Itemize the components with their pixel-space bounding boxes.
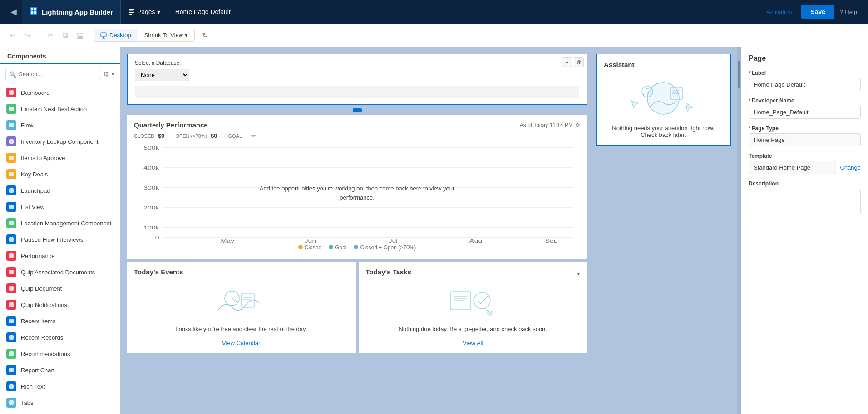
redo-button[interactable]: ↪ bbox=[22, 29, 34, 41]
pages-button[interactable]: Pages ▾ bbox=[120, 0, 168, 24]
perf-refresh-button[interactable]: ⟳ bbox=[576, 122, 580, 128]
component-icon bbox=[6, 251, 16, 261]
sidebar-item-dashboard[interactable]: Dashboard bbox=[0, 84, 120, 101]
block-actions: + 🗑 bbox=[562, 57, 584, 67]
sidebar-search-area: 🔍 ⚙ ▾ bbox=[0, 64, 120, 84]
goal-stat: GOAL -- ✏ bbox=[228, 132, 256, 139]
perf-title: Quarterly Performance bbox=[134, 121, 208, 129]
add-component-button[interactable]: + bbox=[562, 57, 572, 67]
cut-button[interactable]: ✂ bbox=[45, 29, 56, 41]
refresh-button[interactable]: ↻ bbox=[198, 29, 212, 41]
search-icon: 🔍 bbox=[9, 71, 16, 78]
save-button[interactable]: Save bbox=[801, 5, 834, 19]
search-wrap: 🔍 bbox=[5, 68, 100, 80]
svg-text:500k: 500k bbox=[143, 146, 159, 151]
page-type-field-input bbox=[749, 133, 861, 146]
sidebar-item-key-deals[interactable]: Key Deals bbox=[0, 166, 120, 182]
assistant-block: Assistant bbox=[596, 54, 731, 146]
label-field-label: * Label bbox=[749, 70, 861, 76]
desktop-label: Desktop bbox=[109, 32, 131, 39]
goal-label: GOAL bbox=[228, 133, 242, 139]
svg-text:Aug: Aug bbox=[469, 238, 482, 243]
sidebar-item-tabs[interactable]: Tabs bbox=[0, 395, 120, 411]
svg-rect-15 bbox=[9, 139, 14, 144]
component-icon bbox=[6, 169, 16, 179]
sidebar-item-recent-records[interactable]: Recent Records bbox=[0, 329, 120, 346]
description-field-label: Description bbox=[749, 180, 861, 187]
sidebar-item-list-view[interactable]: List View bbox=[0, 199, 120, 215]
svg-rect-17 bbox=[9, 172, 14, 176]
svg-rect-19 bbox=[9, 205, 14, 209]
app-title-block[interactable]: Lightning App Builder bbox=[22, 0, 120, 24]
page-type-field-group: * Page Type bbox=[749, 125, 861, 146]
component-icon bbox=[6, 202, 16, 212]
legend-goal: Goal bbox=[329, 244, 346, 251]
dev-name-field-group: * Developer Name bbox=[749, 97, 861, 119]
sidebar-item-flow[interactable]: Flow bbox=[0, 117, 120, 133]
description-field-textarea[interactable] bbox=[749, 189, 861, 214]
sidebar-item-quip-notifications[interactable]: Quip Notifications bbox=[0, 297, 120, 313]
tasks-block: Today's Tasks ▾ bbox=[359, 262, 588, 353]
svg-text:0: 0 bbox=[155, 235, 159, 241]
tasks-dropdown-button[interactable]: ▾ bbox=[577, 270, 580, 277]
paste-button[interactable]: ⬓ bbox=[74, 29, 86, 41]
copy-button[interactable]: ⧉ bbox=[60, 29, 70, 41]
component-icon bbox=[6, 120, 16, 130]
sidebar-item-launchpad[interactable]: Launchpad bbox=[0, 182, 120, 199]
sidebar-item-location-management-component[interactable]: Location Management Component bbox=[0, 215, 120, 231]
view-calendar-link[interactable]: View Calendar bbox=[134, 336, 349, 346]
sidebar-item-recent-items[interactable]: Recent Items bbox=[0, 313, 120, 329]
component-label: Tabs bbox=[21, 399, 33, 406]
delete-component-button[interactable]: 🗑 bbox=[574, 57, 584, 67]
db-selector-select[interactable]: None bbox=[135, 69, 189, 81]
goal-edit-icon[interactable]: ✏ bbox=[251, 132, 256, 139]
chevron-down-icon[interactable]: ▾ bbox=[112, 71, 114, 78]
sidebar-item-report-chart[interactable]: Report Chart bbox=[0, 362, 120, 378]
sidebar-item-inventory-lookup-component[interactable]: Inventory Lookup Component bbox=[0, 133, 120, 150]
canvas-wrapper: + 🗑 Select a Database: None bbox=[120, 47, 741, 414]
back-button[interactable]: ◀ bbox=[5, 4, 22, 20]
sidebar-item-todays-events[interactable]: Today's Events bbox=[0, 411, 120, 414]
canvas-scrollbar-thumb[interactable] bbox=[738, 61, 740, 88]
component-label: Inventory Lookup Component bbox=[21, 138, 99, 145]
description-field-group: Description bbox=[749, 180, 861, 215]
svg-text:May: May bbox=[221, 238, 234, 243]
sidebar-item-items-to-approve[interactable]: Items to Approve bbox=[0, 150, 120, 166]
legend-closed: Closed bbox=[298, 244, 321, 251]
sidebar-item-quip-document[interactable]: Quip Document bbox=[0, 280, 120, 297]
gear-icon[interactable]: ⚙ bbox=[103, 70, 109, 78]
change-template-link[interactable]: Change bbox=[840, 164, 861, 171]
sidebar-item-quip-associated-documents[interactable]: Quip Associated Documents bbox=[0, 264, 120, 280]
top-nav: ◀ Lightning App Builder Pages ▾ Home Pag… bbox=[0, 0, 868, 24]
label-field-input[interactable] bbox=[749, 78, 861, 91]
sidebar-item-recommendations[interactable]: Recommendations bbox=[0, 346, 120, 362]
shrink-to-view-option[interactable]: Shrink To View ▾ bbox=[138, 29, 195, 41]
sidebar-item-rich-text[interactable]: Rich Text bbox=[0, 378, 120, 395]
app-icon bbox=[29, 6, 38, 17]
svg-rect-13 bbox=[9, 107, 14, 111]
desktop-view-option[interactable]: Desktop bbox=[94, 29, 138, 41]
template-row: Change bbox=[749, 161, 861, 174]
activation-button[interactable]: Activation... bbox=[762, 6, 801, 18]
sidebar-item-performance[interactable]: Performance bbox=[0, 248, 120, 264]
component-label: Rich Text bbox=[21, 383, 45, 390]
sidebar-title: Components bbox=[0, 47, 120, 64]
perf-stats: CLOSED $0 OPEN (>70%) $0 GOAL -- bbox=[134, 132, 580, 139]
help-button[interactable]: ? Help bbox=[834, 6, 863, 18]
view-select: Desktop Shrink To View ▾ bbox=[94, 29, 195, 42]
component-icon bbox=[6, 234, 16, 244]
undo-button[interactable]: ↩ bbox=[7, 29, 19, 41]
canvas-right-column: Assistant bbox=[593, 51, 734, 356]
dev-name-field-input[interactable] bbox=[749, 106, 861, 119]
component-icon bbox=[6, 153, 16, 163]
sidebar-item-paused-flow-interviews[interactable]: Paused Flow Interviews bbox=[0, 231, 120, 248]
component-label: Performance bbox=[21, 253, 54, 259]
sidebar-item-einstein-next-best-action[interactable]: Einstein Next Best Action bbox=[0, 101, 120, 117]
component-icon bbox=[6, 365, 16, 375]
view-all-link[interactable]: View All bbox=[366, 336, 581, 346]
canvas-scrollbar[interactable] bbox=[737, 47, 741, 414]
component-icon bbox=[6, 316, 16, 326]
component-label: Quip Document bbox=[21, 285, 62, 292]
resize-handle[interactable] bbox=[353, 108, 362, 112]
search-input[interactable] bbox=[5, 68, 100, 80]
